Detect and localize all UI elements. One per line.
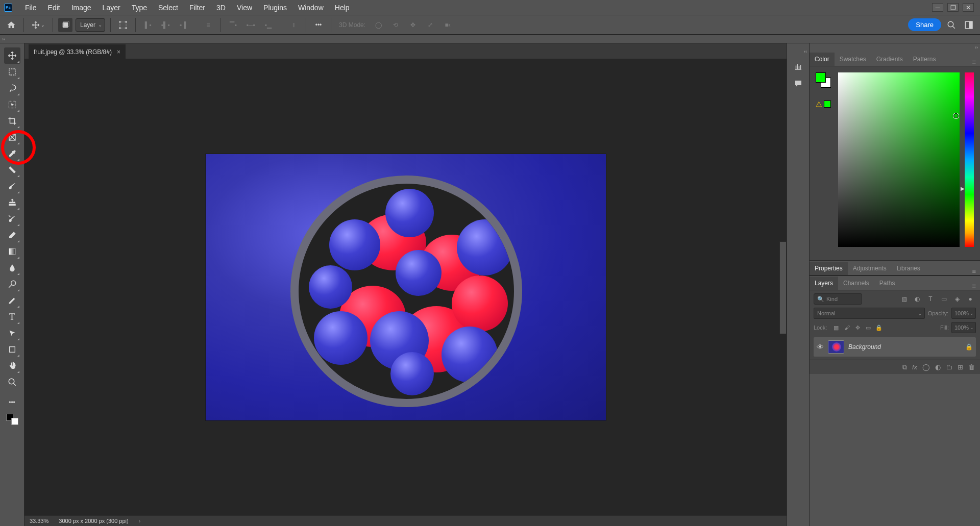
hand-tool[interactable] [4,358,20,374]
close-button[interactable]: ✕ [963,3,974,12]
tab-patterns[interactable]: Patterns [908,53,941,66]
align-bottom-icon[interactable]: ▪▁ [261,18,275,32]
toolbar-collapse-bar[interactable]: ›› [0,35,980,43]
clone-stamp-tool[interactable] [4,194,20,211]
menu-filter[interactable]: Filter [184,1,211,14]
color-picker-field[interactable] [838,72,960,247]
lasso-tool[interactable] [4,80,20,96]
spot-healing-tool[interactable] [4,162,20,178]
tab-adjustments[interactable]: Adjustments [848,262,892,275]
filter-pixel-icon[interactable]: ▧ [898,293,910,305]
orbit-3d-icon[interactable]: ◯ [371,18,385,32]
panels-collapse[interactable]: ›› [810,43,980,52]
zoom-tool[interactable] [4,374,20,390]
menu-3d[interactable]: 3D [211,1,231,14]
fill-input[interactable]: 100% [951,322,976,333]
workspace-switcher-icon[interactable] [962,18,976,32]
align-top-icon[interactable]: ▔▪ [226,18,240,32]
move-tool-icon[interactable]: ⌄ [29,18,47,32]
menu-select[interactable]: Select [153,1,184,14]
layer-mask-icon[interactable]: ◯ [922,363,930,371]
more-options-icon[interactable]: ••• [311,18,326,32]
search-icon[interactable] [944,18,959,32]
filter-smart-icon[interactable]: ◈ [951,293,963,305]
dodge-tool[interactable] [4,276,20,292]
crop-tool[interactable] [4,113,20,129]
frame-tool[interactable] [4,129,20,145]
layer-name[interactable]: Background [848,343,881,350]
tab-channels[interactable]: Channels [838,277,874,290]
align-left-icon[interactable]: ▌▪ [141,18,155,32]
tab-layers[interactable]: Layers [810,277,838,290]
tab-swatches[interactable]: Swatches [835,53,871,66]
eyedropper-tool[interactable] [4,145,20,162]
blend-mode-select[interactable]: Normal [814,308,925,319]
menu-type[interactable]: Type [126,1,153,14]
close-tab-icon[interactable]: × [117,48,120,56]
path-selection-tool[interactable] [4,325,20,341]
minimize-button[interactable]: ─ [932,3,943,12]
tab-paths[interactable]: Paths [874,277,900,290]
filter-type-icon[interactable]: T [925,293,936,305]
document-tab[interactable]: fruit.jpeg @ 33.3% (RGB/8#) × [29,44,126,59]
layer-lock-icon[interactable]: 🔒 [965,343,973,350]
layer-thumbnail[interactable] [828,340,844,354]
lock-position-icon[interactable]: ✥ [853,323,862,332]
transform-controls-toggle[interactable] [116,18,130,32]
lock-transparency-icon[interactable]: ▩ [831,323,841,332]
lock-artboard-icon[interactable]: ▭ [864,323,873,332]
histogram-panel-icon[interactable] [792,60,805,73]
menu-view[interactable]: View [231,1,258,14]
home-button[interactable] [4,18,18,32]
distribute-icon[interactable]: ⫴ [286,18,301,32]
color-panel-menu-icon[interactable]: ≡ [968,58,980,66]
menu-image[interactable]: Image [66,1,97,14]
delete-layer-icon[interactable]: 🗑 [968,363,975,371]
closest-color-swatch[interactable] [824,101,831,108]
canvas-area[interactable] [24,59,787,515]
hue-slider-handle[interactable]: ▶ [961,186,965,191]
slide-3d-icon[interactable]: ⤢ [423,18,437,32]
panel-strip-collapse[interactable]: ‹‹ [787,47,809,56]
auto-select-target[interactable]: Layer [76,18,105,32]
blur-tool[interactable] [4,260,20,276]
layer-style-icon[interactable]: fx [912,363,917,371]
tab-gradients[interactable]: Gradients [871,53,908,66]
new-layer-icon[interactable]: ⊞ [958,363,963,371]
adjustment-layer-icon[interactable]: ◐ [935,363,941,371]
edit-toolbar-icon[interactable]: ••• [4,394,20,411]
foreground-background-colors[interactable] [4,411,20,427]
brush-tool[interactable] [4,178,20,194]
menu-help[interactable]: Help [329,1,355,14]
rectangular-marquee-tool[interactable] [4,64,20,80]
group-layers-icon[interactable]: 🗀 [946,363,952,371]
link-layers-icon[interactable]: ⧉ [902,363,907,371]
zoom-level[interactable]: 33.33% [30,518,48,524]
history-brush-tool[interactable] [4,211,20,227]
layer-row-background[interactable]: 👁 Background 🔒 [814,337,976,357]
layer-filter-kind[interactable]: 🔍 Kind [814,293,862,305]
object-selection-tool[interactable] [4,96,20,113]
tab-color[interactable]: Color [810,53,835,66]
opacity-input[interactable]: 100% [951,308,976,319]
filter-shape-icon[interactable]: ▭ [938,293,949,305]
auto-select-toggle[interactable] [58,18,72,32]
lock-all-icon[interactable]: 🔒 [874,323,884,332]
menu-file[interactable]: File [19,1,42,14]
menu-edit[interactable]: Edit [42,1,66,14]
pen-tool[interactable] [4,292,20,309]
layer-visibility-icon[interactable]: 👁 [817,343,824,351]
gradient-tool[interactable] [4,243,20,260]
tab-libraries[interactable]: Libraries [892,262,925,275]
eraser-tool[interactable] [4,227,20,243]
menu-layer[interactable]: Layer [97,1,126,14]
roll-3d-icon[interactable]: ⟲ [388,18,403,32]
type-tool[interactable]: T [4,309,20,325]
hue-slider[interactable]: ▶ [965,72,974,247]
align-stretch-icon[interactable]: ≡ [201,18,215,32]
restore-button[interactable]: ❐ [947,3,959,12]
align-center-v-icon[interactable]: ▪─▪ [243,18,258,32]
scale-3d-icon[interactable]: ■‹ [440,18,455,32]
filter-adjustment-icon[interactable]: ◐ [912,293,923,305]
rectangle-tool[interactable] [4,341,20,358]
